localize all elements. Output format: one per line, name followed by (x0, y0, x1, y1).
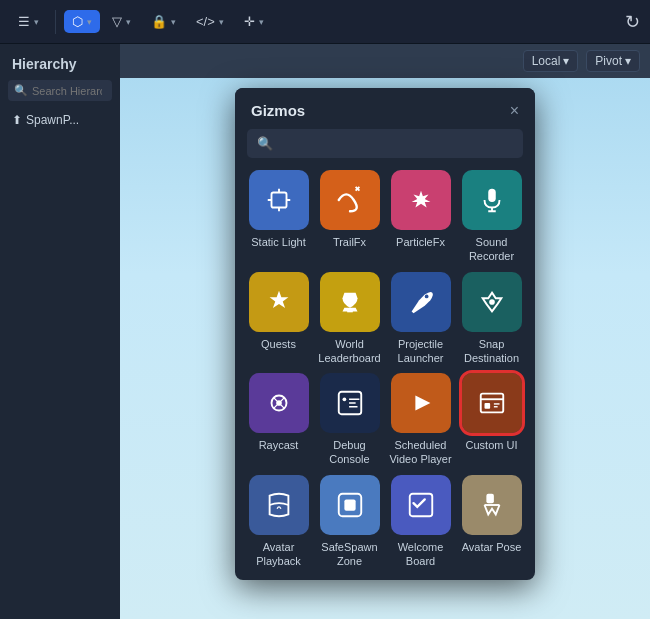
gizmo-avatar-pose-icon (462, 475, 522, 535)
gizmo-debug-console-label: Debug Console (318, 438, 381, 467)
pin-dropdown-arrow: ▾ (259, 17, 264, 27)
gizmo-world-leaderboard[interactable]: World Leaderboard (318, 272, 381, 366)
gizmo-static-light-icon (249, 170, 309, 230)
gizmos-header: Gizmos × (235, 88, 535, 129)
gizmo-custom-ui[interactable]: Custom UI (460, 373, 523, 467)
gizmos-search-input[interactable] (279, 136, 513, 151)
svg-point-8 (489, 299, 495, 305)
gizmos-grid: Static Light TrailFx Parti (235, 170, 535, 580)
gizmo-raycast-icon (249, 373, 309, 433)
menu-button[interactable]: ☰ ▾ (10, 10, 47, 33)
gizmo-sound-recorder-label: Sound Recorder (460, 235, 523, 264)
gizmo-particle-fx-label: ParticleFx (396, 235, 445, 249)
pin-icon: ✛ (244, 14, 255, 29)
gizmo-welcome-board-label: Welcome Board (389, 540, 452, 569)
gizmo-raycast-label: Raycast (259, 438, 299, 452)
transform-dropdown-arrow: ▾ (87, 17, 92, 27)
gizmo-static-light[interactable]: Static Light (247, 170, 310, 264)
filter-dropdown-arrow: ▾ (126, 17, 131, 27)
hierarchy-item-arrow: ⬆ (12, 113, 22, 127)
gizmo-debug-console[interactable]: Debug Console (318, 373, 381, 467)
gizmo-safespawn-zone-icon (320, 475, 380, 535)
gizmo-snap-destination[interactable]: Snap Destination (460, 272, 523, 366)
code-dropdown-arrow: ▾ (219, 17, 224, 27)
gizmo-custom-ui-icon (462, 373, 522, 433)
lock-button[interactable]: 🔒 ▾ (143, 10, 184, 33)
menu-icon: ☰ (18, 14, 30, 29)
gizmo-sound-recorder[interactable]: Sound Recorder (460, 170, 523, 264)
gizmo-sound-recorder-icon (462, 170, 522, 230)
sidebar: Hierarchy 🔍 ⬆ SpawnP... (0, 44, 120, 619)
gizmo-welcome-board-icon (391, 475, 451, 535)
gizmo-custom-ui-label: Custom UI (466, 438, 518, 452)
gizmo-trail-fx-label: TrailFx (333, 235, 366, 249)
svg-rect-0 (271, 193, 286, 208)
hierarchy-title: Hierarchy (0, 56, 120, 80)
gizmos-search-icon: 🔍 (257, 136, 273, 151)
gizmo-particle-fx-icon (391, 170, 451, 230)
gizmo-scheduled-video-player-label: Scheduled Video Player (389, 438, 452, 467)
gizmo-snap-destination-icon (462, 272, 522, 332)
gizmo-scheduled-video-player-icon (391, 373, 451, 433)
gizmo-avatar-playback-icon (249, 475, 309, 535)
svg-rect-3 (488, 189, 496, 202)
gizmo-scheduled-video-player[interactable]: Scheduled Video Player (389, 373, 452, 467)
svg-rect-6 (347, 309, 353, 312)
main-content: Hierarchy 🔍 ⬆ SpawnP... Local ▾ Pivot ▾ (0, 44, 650, 619)
gizmo-avatar-pose-label: Avatar Pose (462, 540, 522, 554)
hierarchy-item-spawnp[interactable]: ⬆ SpawnP... (0, 109, 120, 131)
svg-rect-21 (409, 494, 432, 517)
gizmo-projectile-launcher[interactable]: Projectile Launcher (389, 272, 452, 366)
gizmos-overlay: Gizmos × 🔍 Static Light (120, 44, 650, 619)
cube-icon: ⬡ (72, 14, 83, 29)
gizmo-safespawn-zone-label: SafeSpawn Zone (318, 540, 381, 569)
code-icon: </> (196, 14, 215, 29)
gizmo-avatar-pose[interactable]: Avatar Pose (460, 475, 523, 569)
gizmo-static-light-label: Static Light (251, 235, 305, 249)
gizmo-projectile-launcher-icon (391, 272, 451, 332)
menu-dropdown-arrow: ▾ (34, 17, 39, 27)
search-icon: 🔍 (14, 84, 28, 97)
scene-view: Local ▾ Pivot ▾ Gizmos × 🔍 (120, 44, 650, 619)
gizmo-raycast[interactable]: Raycast (247, 373, 310, 467)
svg-point-7 (424, 294, 428, 298)
gizmo-debug-console-icon (320, 373, 380, 433)
gizmo-avatar-playback[interactable]: Avatar Playback (247, 475, 310, 569)
svg-rect-20 (344, 499, 355, 510)
filter-button[interactable]: ▽ ▾ (104, 10, 139, 33)
filter-icon: ▽ (112, 14, 122, 29)
svg-rect-14 (480, 394, 503, 413)
pin-button[interactable]: ✛ ▾ (236, 10, 272, 33)
search-box[interactable]: 🔍 (8, 80, 112, 101)
gizmo-safespawn-zone[interactable]: SafeSpawn Zone (318, 475, 381, 569)
lock-icon: 🔒 (151, 14, 167, 29)
svg-rect-22 (486, 494, 494, 503)
gizmo-welcome-board[interactable]: Welcome Board (389, 475, 452, 569)
transform-button[interactable]: ⬡ ▾ (64, 10, 100, 33)
svg-marker-13 (415, 396, 430, 411)
close-button[interactable]: × (510, 103, 519, 119)
gizmos-title: Gizmos (251, 102, 305, 119)
code-button[interactable]: </> ▾ (188, 10, 232, 33)
gizmo-quests[interactable]: Quests (247, 272, 310, 366)
gizmo-trail-fx[interactable]: TrailFx (318, 170, 381, 264)
gizmos-search-box[interactable]: 🔍 (247, 129, 523, 158)
gizmo-snap-destination-label: Snap Destination (460, 337, 523, 366)
lock-dropdown-arrow: ▾ (171, 17, 176, 27)
svg-point-12 (342, 398, 346, 402)
gizmos-popup: Gizmos × 🔍 Static Light (235, 88, 535, 580)
gizmo-projectile-launcher-label: Projectile Launcher (389, 337, 452, 366)
gizmo-particle-fx[interactable]: ParticleFx (389, 170, 452, 264)
gizmo-world-leaderboard-label: World Leaderboard (318, 337, 381, 366)
gizmo-trail-fx-icon (320, 170, 380, 230)
search-input[interactable] (32, 85, 102, 97)
gizmo-quests-label: Quests (261, 337, 296, 351)
gizmo-avatar-playback-label: Avatar Playback (247, 540, 310, 569)
svg-rect-16 (484, 403, 490, 409)
divider-1 (55, 10, 56, 34)
gizmo-world-leaderboard-icon (320, 272, 380, 332)
hierarchy-item-label: SpawnP... (26, 113, 79, 127)
refresh-button[interactable]: ↻ (625, 11, 640, 33)
gizmo-quests-icon (249, 272, 309, 332)
toolbar: ☰ ▾ ⬡ ▾ ▽ ▾ 🔒 ▾ </> ▾ ✛ ▾ ↻ (0, 0, 650, 44)
